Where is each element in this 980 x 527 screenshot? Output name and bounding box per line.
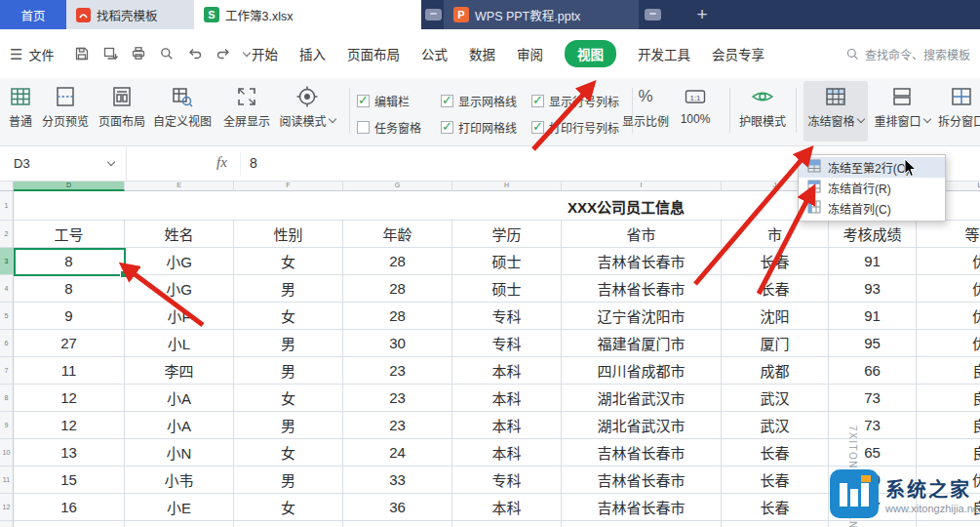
cell[interactable]: 硕士 xyxy=(452,275,562,303)
cell[interactable]: 厦门 xyxy=(722,330,829,357)
reading-mode-button[interactable]: 阅读模式 xyxy=(277,85,337,129)
cell[interactable]: 武汉 xyxy=(722,412,829,439)
cell[interactable]: 12 xyxy=(14,412,125,439)
freeze-menu-item-0[interactable]: 冻结至第2行(O) xyxy=(799,157,945,178)
eye-protection-button[interactable]: 护眼模式 xyxy=(737,85,788,129)
namebox-dropdown-icon[interactable] xyxy=(107,158,115,166)
cell[interactable]: 男 xyxy=(234,275,343,303)
toolbar-more-icon[interactable] xyxy=(243,48,251,56)
cell[interactable]: 8 xyxy=(14,275,125,303)
tab-sync-icon[interactable] xyxy=(645,9,661,20)
cell[interactable]: 良 xyxy=(917,385,980,412)
cell[interactable]: 女 xyxy=(234,494,343,521)
menu-item-3[interactable]: 公式 xyxy=(421,44,448,63)
row-header-6[interactable]: 6 xyxy=(0,330,14,357)
cell[interactable] xyxy=(343,521,452,527)
cell[interactable]: 小韦 xyxy=(125,466,234,494)
row-header-3[interactable]: 3 xyxy=(0,248,14,275)
cell[interactable]: 本科 xyxy=(452,494,562,521)
cell[interactable]: 9 xyxy=(14,303,125,330)
command-search[interactable]: 查找命令、搜索模板 xyxy=(846,46,970,62)
print-icon[interactable] xyxy=(131,46,146,61)
freeze-menu-item-2[interactable]: 冻结首列(C) xyxy=(799,198,945,219)
cell[interactable]: 湖北省武汉市 xyxy=(562,385,722,412)
cell[interactable]: 66 xyxy=(829,357,917,385)
cell[interactable]: 91 xyxy=(829,303,917,330)
cell[interactable]: 小N xyxy=(125,439,234,466)
cell[interactable]: 吉林省长春市 xyxy=(562,494,722,521)
cell[interactable] xyxy=(917,521,980,527)
page-break-preview-button[interactable]: 分页预览 xyxy=(39,85,92,129)
menu-item-4[interactable]: 数据 xyxy=(469,44,495,63)
cell[interactable]: 小A xyxy=(125,385,234,412)
cell[interactable]: 本科 xyxy=(452,412,562,439)
row-header-1[interactable]: 1 xyxy=(0,191,14,221)
cell[interactable] xyxy=(125,521,234,527)
row-header-7[interactable]: 7 xyxy=(0,357,14,385)
cell[interactable]: 四川省成都市 xyxy=(562,357,722,385)
cell[interactable]: 13 xyxy=(14,439,125,466)
cell[interactable]: 23 xyxy=(343,385,452,412)
header-cell[interactable]: 省市 xyxy=(562,221,722,248)
cell-name-box[interactable]: D3 xyxy=(0,146,127,181)
zoom-100-button[interactable]: 1:1 100% xyxy=(675,85,716,126)
cell[interactable]: 24 xyxy=(343,439,452,466)
row-header-9[interactable]: 9 xyxy=(0,412,14,439)
column-header-H[interactable]: H xyxy=(452,182,562,191)
cell[interactable]: 小F xyxy=(125,303,234,330)
cell[interactable]: 李四 xyxy=(125,357,234,385)
rearrange-windows-button[interactable]: 重排窗口 xyxy=(874,85,930,129)
row-header-2[interactable]: 2 xyxy=(0,221,14,248)
cell[interactable]: 28 xyxy=(343,275,452,303)
tab-home[interactable]: 首页 xyxy=(0,0,66,29)
cell[interactable]: 28 xyxy=(343,303,452,330)
normal-view-button[interactable]: 普通 xyxy=(4,85,37,129)
cell[interactable]: 优 xyxy=(917,330,980,357)
cell[interactable]: 小E xyxy=(125,494,234,521)
cell[interactable]: 福建省厦门市 xyxy=(562,330,722,357)
print-preview-icon[interactable] xyxy=(159,46,175,61)
cell[interactable]: 93 xyxy=(829,275,917,303)
cell[interactable]: 优 xyxy=(917,303,980,330)
cell[interactable]: 男 xyxy=(234,357,343,385)
cell[interactable]: 良 xyxy=(917,439,980,466)
cell[interactable]: 28 xyxy=(343,248,452,275)
cell[interactable]: 男 xyxy=(234,330,343,357)
cell[interactable]: 27 xyxy=(14,330,125,357)
cell[interactable]: 23 xyxy=(343,412,452,439)
cell[interactable]: 8 xyxy=(14,248,125,275)
fullscreen-button[interactable]: 全屏显示 xyxy=(220,85,273,129)
cell[interactable] xyxy=(722,521,829,527)
menu-item-2[interactable]: 页面布局 xyxy=(347,44,400,63)
cell[interactable]: 小A xyxy=(125,412,234,439)
column-header-E[interactable]: E xyxy=(125,182,234,191)
cell[interactable]: 优 xyxy=(917,275,980,303)
menu-item-1[interactable]: 插入 xyxy=(299,44,326,63)
header-cell[interactable]: 姓名 xyxy=(125,221,234,248)
checkbox-2[interactable]: 显示网格线 xyxy=(441,93,517,109)
row-header-4[interactable]: 4 xyxy=(0,275,14,303)
cell[interactable]: 专科 xyxy=(452,303,562,330)
fx-icon[interactable]: fx xyxy=(216,154,227,171)
header-cell[interactable]: 学历 xyxy=(452,221,562,248)
menu-item-5[interactable]: 审阅 xyxy=(517,44,543,63)
menu-item-8[interactable]: 会员专享 xyxy=(712,44,764,63)
row-header-13[interactable]: 13 xyxy=(0,521,14,527)
cell[interactable]: 女 xyxy=(234,439,343,466)
cell[interactable]: 女 xyxy=(234,248,343,275)
cell[interactable]: 成都 xyxy=(722,357,829,385)
cell[interactable]: 73 xyxy=(829,385,917,412)
cell[interactable]: 小L xyxy=(125,330,234,357)
row-header-5[interactable]: 5 xyxy=(0,303,14,330)
cell[interactable] xyxy=(562,521,722,527)
file-menu-button[interactable]: ☰ 文件 xyxy=(10,45,54,63)
column-header-G[interactable]: G xyxy=(343,182,452,191)
header-cell[interactable]: 考核成绩 xyxy=(829,221,917,248)
save-icon[interactable] xyxy=(74,46,90,61)
cell[interactable]: 女 xyxy=(234,303,343,330)
cell[interactable]: 硕士 xyxy=(452,248,562,275)
cell[interactable]: 男 xyxy=(234,412,343,439)
export-icon[interactable] xyxy=(102,46,118,61)
menu-item-7[interactable]: 开发工具 xyxy=(638,44,690,63)
menu-item-0[interactable]: 开始 xyxy=(252,44,278,63)
